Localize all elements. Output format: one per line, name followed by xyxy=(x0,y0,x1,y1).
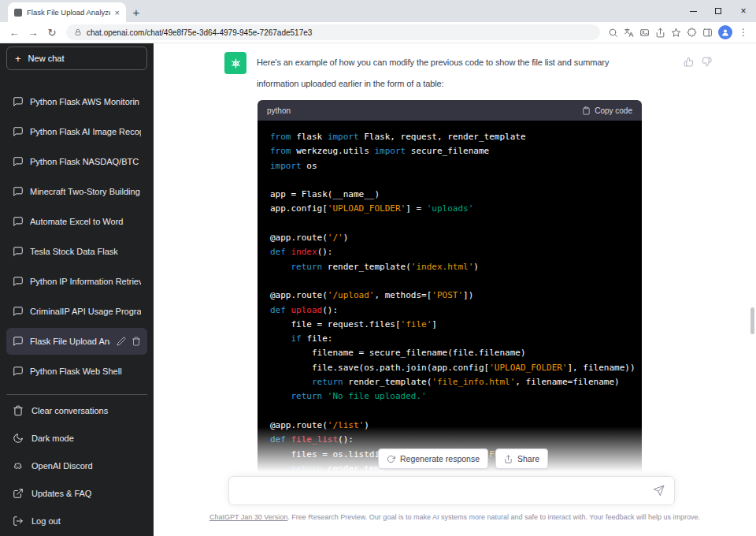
chat-title: Automate Excel to Word xyxy=(30,217,141,226)
side-panel-icon[interactable] xyxy=(699,24,715,40)
sidebar-menu-log-out[interactable]: Log out xyxy=(6,507,147,534)
message-input-bar xyxy=(228,476,675,505)
url-text: chat.openai.com/chat/49e8f75e-3d64-4979-… xyxy=(87,28,312,37)
sidebar-menu-label: Updates & FAQ xyxy=(32,489,91,498)
code-content: from flask import Flask, request, render… xyxy=(258,121,642,475)
scrollbar-thumb[interactable] xyxy=(750,307,754,334)
action-buttons: Regenerate response Share xyxy=(378,449,548,469)
forward-icon[interactable]: → xyxy=(24,27,43,39)
chat-title: Python IP Information Retriev xyxy=(30,277,141,286)
sidebar: + New chat Python Flask AWS MonitorinPyt… xyxy=(0,43,154,536)
chat-bubble-icon xyxy=(13,336,24,347)
openai-logo-icon xyxy=(229,57,243,70)
chat-bubble-icon xyxy=(13,186,24,197)
back-icon[interactable]: ← xyxy=(5,27,24,39)
footer-disclaimer: ChatGPT Jan 30 Version. Free Research Pr… xyxy=(154,513,756,521)
sidebar-menu-label: OpenAI Discord xyxy=(32,461,93,471)
share-arrow-icon xyxy=(504,455,513,463)
trash-icon xyxy=(13,405,24,416)
regenerate-response-button[interactable]: Regenerate response xyxy=(378,449,488,469)
chat-bubble-icon xyxy=(13,126,24,137)
sidebar-chat-item[interactable]: Minecraft Two-Story Building xyxy=(6,178,147,205)
chat-title: Python Flask Web Shell xyxy=(30,367,141,376)
chat-bubble-icon xyxy=(13,366,24,377)
tab-close-icon[interactable]: × xyxy=(115,8,120,17)
discord-icon xyxy=(13,460,24,471)
new-chat-label: New chat xyxy=(28,54,65,63)
bookmark-star-icon[interactable] xyxy=(668,24,684,40)
chat-title: Minecraft Two-Story Building xyxy=(30,187,141,196)
new-chat-button[interactable]: + New chat xyxy=(6,47,147,70)
copy-code-button[interactable]: Copy code xyxy=(582,106,632,115)
sidebar-chat-item[interactable]: CriminalIP API Usage Progra xyxy=(6,298,147,325)
sidebar-menu-updates-faq[interactable]: Updates & FAQ xyxy=(6,479,147,507)
chat-bubble-icon xyxy=(13,216,24,227)
browser-tab[interactable]: Flask File Upload Analyzer × xyxy=(8,2,126,22)
sidebar-chat-item[interactable]: Python Flask AI Image Recog xyxy=(6,118,147,145)
media-icon[interactable] xyxy=(636,24,652,40)
sidebar-chat-item[interactable]: Automate Excel to Word xyxy=(6,208,147,235)
version-link[interactable]: ChatGPT Jan 30 Version xyxy=(209,513,287,521)
search-icon[interactable] xyxy=(605,24,621,40)
thumbs-down-icon[interactable] xyxy=(702,57,712,67)
sidebar-chat-item[interactable]: Tesla Stock Data Flask xyxy=(6,238,147,265)
extensions-icon[interactable] xyxy=(684,24,699,40)
sidebar-chat-item[interactable]: Python IP Information Retriev xyxy=(6,268,147,295)
refresh-icon xyxy=(387,455,395,463)
send-icon[interactable] xyxy=(653,485,665,497)
assistant-message: Here's an example of how you can modify … xyxy=(224,52,712,95)
assistant-avatar xyxy=(224,52,246,74)
chat-bubble-icon xyxy=(13,246,24,257)
message-text: Here's an example of how you can modify … xyxy=(257,52,652,95)
chat-title: Python Flask AI Image Recog xyxy=(30,127,141,136)
sidebar-menu-label: Clear conversations xyxy=(32,406,108,415)
chat-history-list: Python Flask AWS MonitorinPython Flask A… xyxy=(6,88,147,385)
reload-icon[interactable]: ↻ xyxy=(43,27,61,39)
share-button[interactable]: Share xyxy=(495,449,548,469)
share-icon[interactable] xyxy=(652,24,668,40)
code-block: python Copy code from flask import Flask… xyxy=(258,100,642,475)
sidebar-chat-item[interactable]: Python Flask Web Shell xyxy=(6,358,147,385)
footer-text: . Free Research Preview. Our goal is to … xyxy=(287,513,700,521)
browser-menu-icon[interactable]: ⋮ xyxy=(736,24,751,40)
sidebar-chat-item[interactable]: Python Flask NASDAQ/BTC Pl xyxy=(6,148,147,175)
external-link-icon xyxy=(13,488,24,499)
chat-title: CriminalIP API Usage Progra xyxy=(30,307,141,316)
thumbs-up-icon[interactable] xyxy=(684,57,694,67)
browser-toolbar: ← → ↻ chat.openai.com/chat/49e8f75e-3d64… xyxy=(0,22,756,43)
address-bar[interactable]: chat.openai.com/chat/49e8f75e-3d64-4979-… xyxy=(66,24,600,40)
chat-title: Flask File Upload Analy xyxy=(30,337,110,346)
chat-title: Python Flask NASDAQ/BTC Pl xyxy=(30,157,141,166)
logout-icon xyxy=(13,516,24,527)
sidebar-chat-item[interactable]: Python Flask AWS Monitorin xyxy=(6,88,147,115)
sidebar-chat-item[interactable]: Flask File Upload Analy xyxy=(6,328,147,355)
maximize-button[interactable] xyxy=(706,0,731,22)
close-button[interactable]: × xyxy=(731,0,756,22)
moon-icon xyxy=(13,433,24,444)
chat-bubble-icon xyxy=(13,96,24,107)
share-label: Share xyxy=(517,454,539,463)
lock-icon xyxy=(74,28,82,36)
chat-input[interactable] xyxy=(239,486,653,497)
tab-strip: Flask File Upload Analyzer × + × xyxy=(0,0,756,22)
regenerate-label: Regenerate response xyxy=(400,454,480,463)
sidebar-menu-openai-discord[interactable]: OpenAI Discord xyxy=(6,452,147,479)
profile-avatar[interactable] xyxy=(718,25,732,39)
copy-code-label: Copy code xyxy=(595,106,632,115)
sidebar-menu-label: Dark mode xyxy=(32,434,74,443)
minimize-button[interactable] xyxy=(680,0,706,22)
delete-icon[interactable] xyxy=(132,337,141,346)
tab-title: Flask File Upload Analyzer xyxy=(27,8,110,17)
edit-icon[interactable] xyxy=(117,337,126,346)
chat-title: Python Flask AWS Monitorin xyxy=(30,97,141,106)
chat-main: Here's an example of how you can modify … xyxy=(154,43,756,536)
sidebar-menu-dark-mode[interactable]: Dark mode xyxy=(6,424,147,452)
chat-title: Tesla Stock Data Flask xyxy=(30,247,141,256)
new-tab-button[interactable]: + xyxy=(126,2,146,21)
sidebar-menu-clear-conversations[interactable]: Clear conversations xyxy=(6,396,147,424)
translate-icon[interactable] xyxy=(621,24,636,40)
chat-item-actions xyxy=(117,337,141,346)
clipboard-icon xyxy=(582,106,591,115)
feedback-controls xyxy=(684,52,712,67)
chatgpt-app: + New chat Python Flask AWS MonitorinPyt… xyxy=(0,43,756,536)
